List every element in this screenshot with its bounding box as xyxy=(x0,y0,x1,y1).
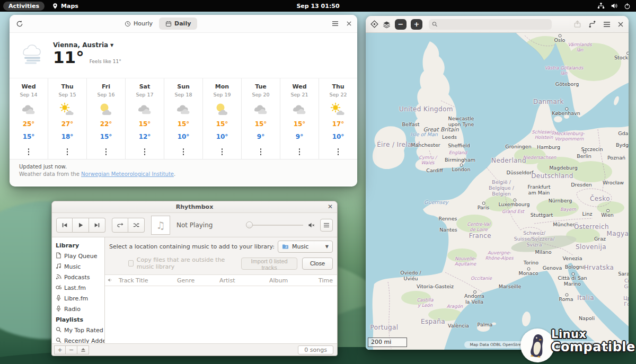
playlist-item-my-top-rated[interactable]: My Top Rated xyxy=(52,325,104,335)
column-genre[interactable]: Genre xyxy=(174,277,216,284)
forecast-date: Sep 15 xyxy=(48,92,86,97)
sidebar-item-last-fm[interactable]: Last.fm xyxy=(52,282,104,293)
map-pin-icon xyxy=(52,3,58,10)
volume-muted-icon[interactable] xyxy=(308,222,315,228)
map-label: Hamburg xyxy=(537,145,560,150)
maps-headerbar: − + xyxy=(366,16,629,33)
forecast-more-menu[interactable] xyxy=(64,146,71,157)
sidebar-item-podcasts[interactable]: Podcasts xyxy=(52,272,104,282)
map-label: Centre-Val de Loire xyxy=(467,222,490,233)
previous-icon xyxy=(61,222,68,228)
next-button[interactable] xyxy=(89,218,105,233)
map-label: München xyxy=(553,222,576,228)
forecast-more-menu[interactable] xyxy=(102,146,110,157)
remove-button[interactable]: − xyxy=(66,345,77,354)
library-header: Library xyxy=(52,240,104,251)
sidebar-item-libre-fm[interactable]: Libre.fm xyxy=(52,293,104,304)
export-button[interactable] xyxy=(573,20,581,28)
import-tracks-button[interactable]: Import 0 listed tracks xyxy=(241,258,297,270)
forecast-column: ThuSep 1527°18° xyxy=(48,78,87,159)
shuffle-button[interactable] xyxy=(128,218,145,233)
close-import-button[interactable]: Close xyxy=(302,258,333,270)
map-label: Berlin xyxy=(577,154,591,159)
speaker-column-icon[interactable] xyxy=(105,277,116,284)
playlist-list: My Top RatedRecently AddedRecently Playe… xyxy=(52,325,104,345)
music-icon xyxy=(56,263,61,271)
next-icon xyxy=(93,222,101,228)
search-field[interactable] xyxy=(429,19,552,30)
library-list: Play QueueMusicPodcastsLast.fmLibre.fmRa… xyxy=(52,251,104,314)
search-input[interactable] xyxy=(439,21,549,28)
attribution-link[interactable]: Norwegian Meteorological Institute xyxy=(81,171,174,177)
column-artist[interactable]: Artist xyxy=(216,277,266,284)
forecast-day: Wed xyxy=(280,83,319,90)
repeat-button[interactable] xyxy=(112,218,128,233)
column-title[interactable]: Title xyxy=(132,277,174,284)
refresh-button[interactable] xyxy=(16,20,23,28)
close-button[interactable] xyxy=(346,21,352,26)
map-label: Cymru / Wales xyxy=(419,155,437,166)
forecast-more-menu[interactable] xyxy=(25,146,32,157)
copy-files-checkbox[interactable]: Copy files that are outside the music li… xyxy=(128,256,236,270)
plus-icon: + xyxy=(414,20,420,28)
column-track[interactable]: Track xyxy=(116,277,132,284)
play-queue-icon xyxy=(56,252,61,260)
sun-cloud-icon xyxy=(48,102,86,118)
forecast-day: Mon xyxy=(203,83,241,90)
forecast-more-menu[interactable] xyxy=(180,146,187,157)
menu-button[interactable] xyxy=(332,21,339,26)
sidebar-item-music[interactable]: Music xyxy=(52,261,104,272)
layers-button[interactable] xyxy=(383,21,391,28)
rhythmbox-toolbar: ♫ Not Playing xyxy=(52,213,337,237)
forecast-more-menu[interactable] xyxy=(141,146,148,157)
main-menu-button[interactable] xyxy=(603,21,611,28)
rhythmbox-titlebar[interactable]: Rhythmbox ✕ xyxy=(52,201,337,213)
map-canvas[interactable]: OsloStockholmVärmlands länVästra Götalan… xyxy=(366,33,629,350)
column-time[interactable]: Time xyxy=(315,277,337,284)
focused-app-menu[interactable]: Maps xyxy=(52,3,78,10)
route-button[interactable] xyxy=(588,20,596,28)
power-icon xyxy=(624,3,631,10)
forecast-more-menu[interactable] xyxy=(218,146,226,157)
forecast-more-menu[interactable] xyxy=(257,146,264,157)
slider-knob[interactable] xyxy=(246,221,253,228)
tab-hourly[interactable]: Hourly xyxy=(118,17,159,30)
close-button[interactable] xyxy=(617,21,624,28)
map-label: Nürnberg xyxy=(549,198,572,204)
forecast-more-menu[interactable] xyxy=(334,146,342,157)
zoom-in-button[interactable]: + xyxy=(411,19,422,30)
forecast-more-menu[interactable] xyxy=(296,146,303,157)
app-menu-button[interactable] xyxy=(320,219,333,232)
previous-button[interactable] xyxy=(56,218,73,233)
cloudy-icon xyxy=(242,102,280,118)
forecast-high-temp: 15° xyxy=(164,120,202,128)
play-button[interactable] xyxy=(73,218,89,233)
map-label: Deutschland xyxy=(531,173,573,180)
close-icon[interactable]: ✕ xyxy=(328,203,333,210)
seek-slider[interactable] xyxy=(246,221,303,228)
map-label: Nouvelle- Aquitaine xyxy=(455,256,476,267)
map-label: Guernsey xyxy=(424,200,448,206)
location-dropdown[interactable]: Music ▼ xyxy=(278,241,333,253)
sidebar-item-play-queue[interactable]: Play Queue xyxy=(52,251,104,261)
clock-icon xyxy=(125,21,131,27)
forecast-column: SatSep 1715°12° xyxy=(126,78,164,159)
forecast-low-temp: 15° xyxy=(10,133,48,140)
hamburger-icon xyxy=(332,21,339,26)
map-label: Rennes xyxy=(439,216,457,222)
system-status-area[interactable] xyxy=(597,2,636,10)
column-album[interactable]: Album xyxy=(266,277,315,284)
tab-daily[interactable]: Daily xyxy=(159,17,197,30)
zoom-out-button[interactable]: − xyxy=(395,19,407,30)
map-label: Castilla y León xyxy=(417,298,433,308)
map-label: France xyxy=(469,233,491,240)
forecast-date: Sep 16 xyxy=(87,92,125,97)
feels-like: Feels like 11° xyxy=(90,59,121,64)
add-button[interactable]: + xyxy=(54,345,66,354)
minus-icon: − xyxy=(398,20,404,28)
go-to-location-button[interactable] xyxy=(370,20,378,28)
sidebar-item-radio[interactable]: Radio xyxy=(52,304,104,314)
map-label: Slovenija xyxy=(576,244,606,251)
eject-button[interactable] xyxy=(77,345,89,354)
activities-button[interactable]: Activities xyxy=(3,2,45,11)
